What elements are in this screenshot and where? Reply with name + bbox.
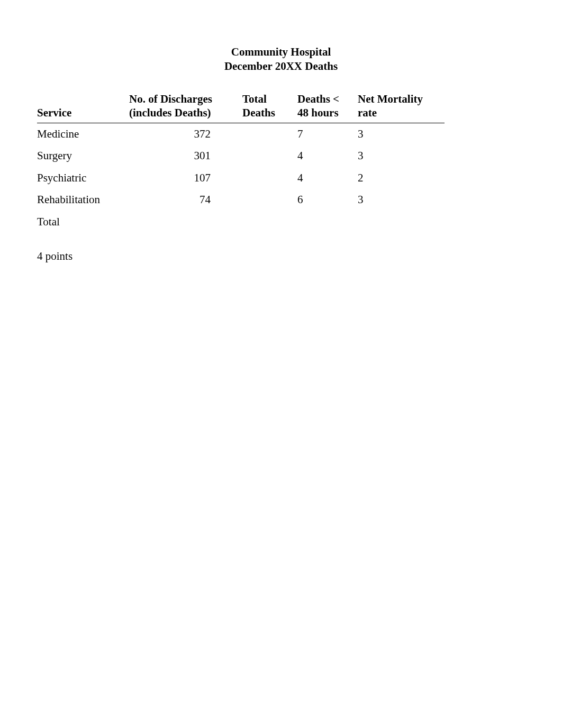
- cell-empty: [129, 211, 242, 233]
- table-row: Surgery 301 4 3: [37, 145, 445, 167]
- cell-deaths-48h: 4: [297, 145, 358, 167]
- header-text: 48 hours: [297, 106, 339, 119]
- cell-total-deaths: [242, 189, 297, 211]
- title-block: Community Hospital December 20XX Deaths: [37, 45, 525, 74]
- table-row: Rehabilitation 74 6 3: [37, 189, 445, 211]
- header-text: Net Mortality: [358, 93, 423, 105]
- title-line-2: December 20XX Deaths: [37, 59, 525, 74]
- cell-discharges: 74: [129, 189, 242, 211]
- header-text: Service: [37, 106, 71, 119]
- col-header-net-mortality: Net Mortality rate: [358, 89, 445, 123]
- table-row: Psychiatric 107 4 2: [37, 167, 445, 189]
- cell-deaths-48h: 6: [297, 189, 358, 211]
- cell-empty: [358, 211, 445, 233]
- table-header-row: Service No. of Discharges (includes Deat…: [37, 89, 445, 123]
- title-line-1: Community Hospital: [37, 45, 525, 59]
- table-row: Medicine 372 7 3: [37, 123, 445, 145]
- col-header-total-deaths: Total Deaths: [242, 89, 297, 123]
- cell-total-deaths: [242, 167, 297, 189]
- col-header-service: Service: [37, 89, 129, 123]
- cell-net-mortality: 3: [358, 189, 445, 211]
- header-text: rate: [358, 106, 377, 119]
- header-text: No. of Discharges: [129, 93, 212, 105]
- cell-net-mortality: 3: [358, 123, 445, 145]
- col-header-discharges: No. of Discharges (includes Deaths): [129, 89, 242, 123]
- header-text: (includes Deaths): [129, 106, 211, 119]
- cell-deaths-48h: 4: [297, 167, 358, 189]
- cell-service: Rehabilitation: [37, 189, 129, 211]
- cell-service: Psychiatric: [37, 167, 129, 189]
- cell-discharges: 372: [129, 123, 242, 145]
- cell-discharges: 301: [129, 145, 242, 167]
- cell-total-deaths: [242, 123, 297, 145]
- cell-total-label: Total: [37, 211, 129, 233]
- cell-service: Medicine: [37, 123, 129, 145]
- cell-deaths-48h: 7: [297, 123, 358, 145]
- cell-net-mortality: 2: [358, 167, 445, 189]
- deaths-table: Service No. of Discharges (includes Deat…: [37, 89, 445, 233]
- cell-net-mortality: 3: [358, 145, 445, 167]
- header-text: Deaths: [242, 106, 275, 119]
- header-text: Deaths <: [297, 93, 339, 105]
- cell-discharges: 107: [129, 167, 242, 189]
- cell-empty: [297, 211, 358, 233]
- cell-service: Surgery: [37, 145, 129, 167]
- table-total-row: Total: [37, 211, 445, 233]
- cell-total-deaths: [242, 145, 297, 167]
- document-page: Community Hospital December 20XX Deaths …: [0, 0, 562, 263]
- header-text: Total: [242, 93, 267, 105]
- col-header-deaths-48h: Deaths < 48 hours: [297, 89, 358, 123]
- cell-empty: [242, 211, 297, 233]
- points-note: 4 points: [37, 250, 525, 263]
